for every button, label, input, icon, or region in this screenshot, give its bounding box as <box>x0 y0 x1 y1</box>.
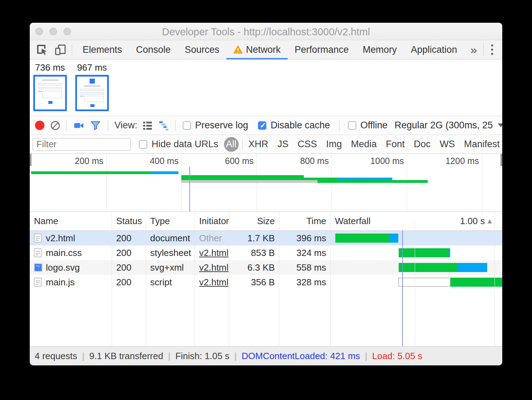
preserve-log-checkbox[interactable] <box>183 121 191 130</box>
devtools-menu-icon[interactable] <box>491 44 493 55</box>
view-waterfall-icon[interactable] <box>159 120 169 131</box>
transferred-size: 9.1 KB transferred <box>89 351 163 362</box>
column-header-type[interactable]: Type <box>146 212 195 230</box>
network-toolbar: View: Preserve log Disable cache Offline… <box>30 116 502 135</box>
tab-performance[interactable]: Performance <box>288 40 356 59</box>
cell-name: logo.svg <box>30 260 112 275</box>
tab-sources[interactable]: Sources <box>178 40 226 59</box>
overview-right-handle[interactable] <box>500 154 502 166</box>
tab-elements[interactable]: Elements <box>76 40 129 59</box>
overview-request-bar <box>150 171 178 174</box>
cell-waterfall <box>331 260 502 275</box>
image-file-icon <box>34 263 42 272</box>
overview-gridline <box>482 154 482 212</box>
filter-type-media[interactable]: Media <box>346 139 382 150</box>
tab-memory[interactable]: Memory <box>356 40 404 59</box>
table-row[interactable]: main.css200stylesheetv2.html853 B324 ms <box>30 245 502 260</box>
status-separator: | <box>234 351 237 362</box>
table-header-row: Name Status Type Initiator Size Time Wat… <box>30 212 502 231</box>
filter-funnel-icon[interactable] <box>90 120 101 131</box>
inspect-element-icon[interactable] <box>36 44 48 56</box>
filter-input[interactable] <box>33 138 131 151</box>
offline-label[interactable]: Offline <box>360 120 388 131</box>
devtools-window: Developer Tools - http://localhost:3000/… <box>30 23 502 365</box>
filmstrip-frame[interactable] <box>33 75 67 111</box>
waterfall-bar-segment <box>399 263 457 272</box>
cell-type: stylesheet <box>146 245 195 260</box>
filter-type-font[interactable]: Font <box>381 139 409 150</box>
request-name: logo.svg <box>46 262 80 273</box>
filmstrip-frame[interactable] <box>75 75 109 111</box>
disable-cache-label[interactable]: Disable cache <box>271 120 330 131</box>
column-header-time[interactable]: Time <box>279 212 331 230</box>
load-time: Load: 5.05 s <box>372 351 422 362</box>
column-header-waterfall[interactable]: Waterfall 1.00 s ▲ <box>331 212 502 230</box>
table-row[interactable]: main.js200scriptv2.html356 B328 ms <box>30 275 502 290</box>
offline-checkbox[interactable] <box>348 121 356 130</box>
tab-label: Elements <box>83 44 122 55</box>
cell-name: main.css <box>30 245 112 260</box>
view-list-icon[interactable] <box>142 120 153 131</box>
cell-type: script <box>146 275 195 290</box>
toggle-device-toolbar-icon[interactable] <box>54 44 66 56</box>
status-separator: | <box>82 351 84 362</box>
cell-waterfall <box>331 245 502 260</box>
filter-bar: Hide data URLs AllXHRJSCSSImgMediaFontDo… <box>30 135 502 154</box>
initiator-link[interactable]: v2.html <box>199 262 229 273</box>
filter-type-manifest[interactable]: Manifest <box>460 139 502 150</box>
tab-console[interactable]: Console <box>129 40 178 59</box>
hide-data-urls-label[interactable]: Hide data URLs <box>152 139 218 150</box>
waterfall-bar-segment <box>399 248 449 257</box>
filter-type-css[interactable]: CSS <box>293 139 322 150</box>
filter-type-xhr[interactable]: XHR <box>244 139 273 150</box>
filter-type-list: AllXHRJSCSSImgMediaFontDocWSManifestOthe… <box>222 137 502 152</box>
initiator-link[interactable]: v2.html <box>199 248 229 258</box>
column-header-name[interactable]: Name <box>30 212 112 230</box>
tab-application[interactable]: Application <box>404 40 464 59</box>
dom-content-loaded-time: DOMContentLoaded: 421 ms <box>241 351 360 362</box>
initiator-text: Other <box>199 233 222 244</box>
cell-name: main.js <box>30 275 112 290</box>
filter-type-img[interactable]: Img <box>322 139 346 150</box>
status-separator: | <box>365 351 368 362</box>
cell-status: 200 <box>112 275 146 290</box>
document-file-icon <box>34 248 42 257</box>
disable-cache-checkbox[interactable] <box>258 121 266 130</box>
filmstrip-panel: 736 ms 967 ms <box>30 59 502 116</box>
filter-type-separator <box>242 139 243 150</box>
cell-time: 324 ms <box>279 245 331 260</box>
filter-type-ws[interactable]: WS <box>435 139 460 150</box>
request-name: main.js <box>46 277 75 288</box>
cell-size: 1.7 KB <box>229 231 279 245</box>
record-network-log-button[interactable] <box>35 121 44 130</box>
cell-size: 356 B <box>229 275 279 290</box>
preserve-log-label[interactable]: Preserve log <box>195 120 248 131</box>
clear-network-log-icon[interactable] <box>50 120 61 131</box>
throttling-dropdown-arrow[interactable] <box>498 123 502 127</box>
column-header-initiator[interactable]: Initiator <box>195 212 229 230</box>
column-header-size[interactable]: Size <box>229 212 279 230</box>
waterfall-scale-label: 1.00 s <box>460 216 485 227</box>
more-tabs-icon[interactable]: » <box>464 43 483 57</box>
filter-type-all[interactable]: All <box>224 137 239 152</box>
cell-initiator: v2.html <box>195 260 229 275</box>
table-row[interactable]: logo.svg200svg+xmlv2.html6.3 KB558 ms <box>30 260 502 275</box>
initiator-link[interactable]: v2.html <box>199 277 229 288</box>
overview-left-handle[interactable] <box>30 154 31 166</box>
overview-tick-label: 1200 ms <box>427 156 479 166</box>
tab-network[interactable]: Network <box>226 40 288 59</box>
overview-tick-label: 1000 ms <box>351 156 404 166</box>
hide-data-urls-checkbox[interactable] <box>139 140 147 149</box>
column-header-status[interactable]: Status <box>112 212 146 230</box>
capture-screenshots-icon[interactable] <box>74 120 84 131</box>
finish-time: Finish: 1.05 s <box>175 351 230 362</box>
filmstrip-frame-time: 967 ms <box>75 62 109 73</box>
cell-waterfall <box>331 275 502 290</box>
filter-type-doc[interactable]: Doc <box>409 139 435 150</box>
overview-tick-label: 400 ms <box>126 156 178 166</box>
throttling-select[interactable]: Regular 2G (300ms, 25 <box>394 120 493 131</box>
network-overview-timeline[interactable]: 200 ms400 ms600 ms800 ms1000 ms1200 ms <box>30 154 502 212</box>
filter-type-js[interactable]: JS <box>273 139 293 150</box>
waterfall-bar-segment <box>501 278 502 287</box>
table-row[interactable]: v2.html200documentOther1.7 KB396 ms <box>30 231 502 245</box>
